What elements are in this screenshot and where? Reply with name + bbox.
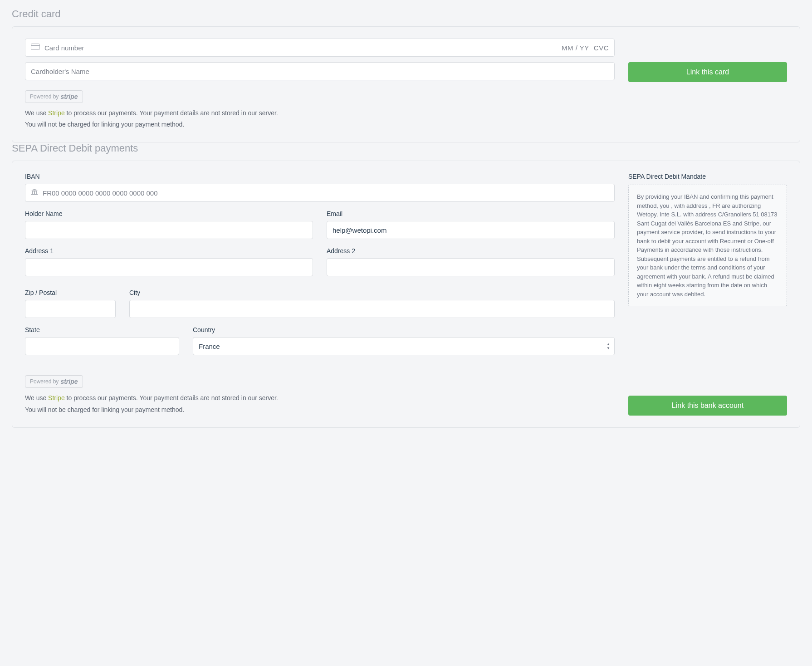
address1-input[interactable] bbox=[25, 258, 313, 276]
iban-label: IBAN bbox=[25, 173, 615, 180]
stripe-logo-sepa: stripe bbox=[60, 378, 78, 385]
card-number-placeholder: Card number bbox=[44, 44, 84, 52]
state-label: State bbox=[25, 326, 179, 333]
card-number-input[interactable]: Card number MM / YY CVC bbox=[25, 39, 615, 57]
link-card-button[interactable]: Link this card bbox=[628, 62, 787, 82]
email-input[interactable] bbox=[327, 221, 615, 239]
zip-input[interactable] bbox=[25, 300, 116, 318]
credit-card-title: Credit card bbox=[12, 8, 800, 20]
sepa-section: SEPA Direct Debit payments IBAN FR00 000… bbox=[12, 142, 800, 427]
info-nocharge-line: You will not be charged for linking your… bbox=[25, 119, 787, 130]
city-label: City bbox=[129, 289, 615, 296]
iban-input[interactable]: FR00 0000 0000 0000 0000 0000 000 bbox=[25, 184, 615, 202]
info-stripe-line-sepa: We use Stripe to process our payments. Y… bbox=[25, 392, 615, 404]
stripe-link[interactable]: Stripe bbox=[48, 109, 65, 117]
address2-input[interactable] bbox=[327, 258, 615, 276]
holder-name-label: Holder Name bbox=[25, 210, 313, 217]
iban-placeholder: FR00 0000 0000 0000 0000 0000 000 bbox=[43, 189, 158, 197]
stripe-badge-prefix-sepa: Powered by bbox=[30, 378, 59, 385]
bank-icon bbox=[31, 188, 38, 197]
city-input[interactable] bbox=[129, 300, 615, 318]
country-select[interactable]: France bbox=[193, 337, 615, 355]
stripe-badge-sepa: Powered by stripe bbox=[25, 375, 83, 388]
stripe-badge: Powered by stripe bbox=[25, 90, 83, 103]
mandate-text: By providing your IBAN and confirming th… bbox=[637, 192, 778, 299]
zip-label: Zip / Postal bbox=[25, 289, 116, 296]
card-icon bbox=[31, 44, 40, 52]
stripe-logo: stripe bbox=[60, 93, 78, 100]
email-label: Email bbox=[327, 210, 615, 217]
sepa-title: SEPA Direct Debit payments bbox=[12, 142, 800, 154]
mandate-title: SEPA Direct Debit Mandate bbox=[628, 173, 787, 180]
address1-label: Address 1 bbox=[25, 247, 313, 255]
state-input[interactable] bbox=[25, 337, 179, 355]
country-label: Country bbox=[193, 326, 615, 333]
cardholder-name-input[interactable] bbox=[25, 62, 615, 80]
credit-card-panel: Card number MM / YY CVC Link this card P… bbox=[12, 26, 800, 142]
svg-rect-0 bbox=[31, 44, 40, 50]
svg-rect-1 bbox=[31, 45, 40, 46]
info-stripe-line: We use Stripe to process our payments. Y… bbox=[25, 108, 787, 119]
mandate-box: By providing your IBAN and confirming th… bbox=[628, 185, 787, 306]
stripe-badge-prefix: Powered by bbox=[30, 93, 59, 100]
link-bank-account-button[interactable]: Link this bank account bbox=[628, 396, 787, 416]
credit-card-section: Credit card Card number MM / YY CVC Link… bbox=[12, 8, 800, 142]
info-nocharge-line-sepa: You will not be charged for linking your… bbox=[25, 404, 615, 416]
sepa-panel: IBAN FR00 0000 0000 0000 0000 0000 000 H… bbox=[12, 161, 800, 427]
cvc-placeholder: CVC bbox=[594, 44, 609, 52]
holder-name-input[interactable] bbox=[25, 221, 313, 239]
expiry-placeholder: MM / YY bbox=[562, 44, 589, 52]
address2-label: Address 2 bbox=[327, 247, 615, 255]
stripe-link-sepa[interactable]: Stripe bbox=[48, 394, 65, 402]
